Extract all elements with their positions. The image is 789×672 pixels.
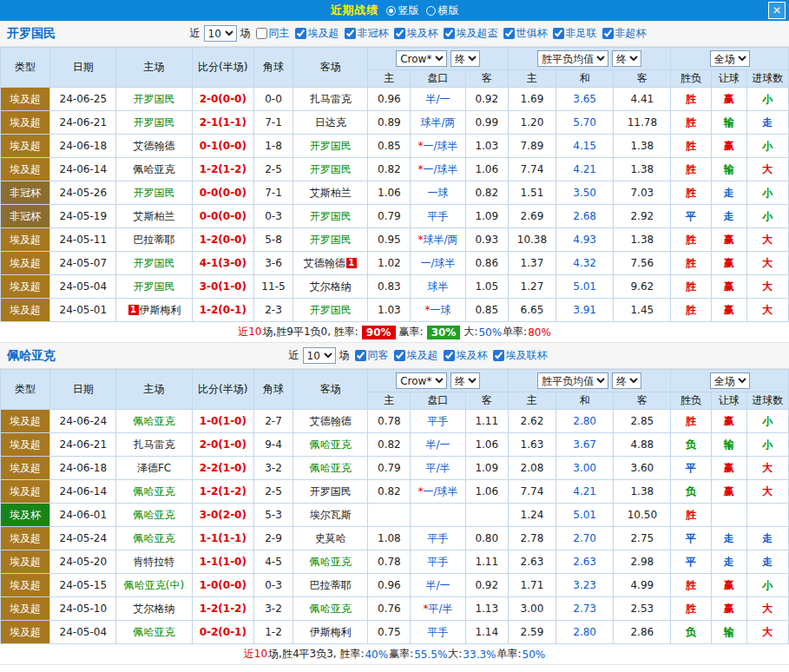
away-team-name: 开罗国民 [310, 304, 352, 316]
filter-checkbox[interactable]: 埃及超盃 [444, 26, 498, 41]
home-team-cell: 巴拉蒂耶 [116, 228, 192, 252]
fulltime-select[interactable]: 全场 [710, 50, 750, 67]
league-type-cell: 埃及超 [1, 527, 50, 550]
checkbox-label: 非冠杯 [358, 26, 389, 41]
away-team-name: 佩哈亚克 [310, 603, 352, 615]
handicap-cell: 一/球半 [411, 252, 465, 275]
home-team-cell: 佩哈亚克(中) [116, 574, 192, 597]
checkbox-input[interactable] [444, 28, 455, 39]
match-date: 24-06-18 [50, 457, 116, 480]
odds-away: 1.14 [465, 621, 508, 644]
result-winlose: 负 [671, 621, 711, 644]
checkbox-input[interactable] [355, 350, 366, 361]
final-avg-select[interactable]: 终 [612, 50, 641, 67]
match-score: 0-2(0-1) [192, 621, 253, 644]
avg-home: 1.20 [508, 111, 556, 135]
avg-odds-select[interactable]: 胜平负均值 [537, 372, 608, 389]
home-team-name: 佩哈亚克 [134, 163, 175, 175]
odds-home: 0.76 [368, 597, 411, 621]
avg-odds-select[interactable]: 胜平负均值 [537, 50, 608, 67]
match-score: 0-1(0-0) [192, 135, 253, 158]
match-row: 埃及超24-06-18泽德FC2-2(1-0)3-2佩哈亚克0.79平/半1.0… [1, 457, 789, 480]
odds-company-select[interactable]: Crow* [396, 50, 447, 67]
avg-draw: 3.00 [556, 457, 614, 480]
matches-table: 类型 日期 主场 比分(半场) 角球 客场 Crow* 终 胜平负均值 终 全场 [0, 369, 789, 644]
summary-segment: 50% [523, 649, 546, 661]
filter-checkbox[interactable]: 埃及杯 [394, 26, 438, 41]
checkbox-input[interactable] [503, 28, 515, 39]
checkbox-input[interactable] [493, 350, 504, 361]
checkbox-input[interactable] [602, 28, 614, 39]
home-team-cell: 艾德翰德 [116, 135, 192, 158]
avg-away: 7.56 [614, 252, 671, 275]
fulltime-select[interactable]: 全场 [710, 372, 750, 389]
away-team-cell: 开罗国民 [293, 135, 368, 158]
match-score: 4-1(3-0) [192, 252, 253, 275]
avg-home: 10.38 [508, 228, 556, 252]
handicap-cell: *一球 [411, 299, 465, 322]
filter-checkbox[interactable]: 埃及超 [295, 26, 339, 41]
handicap-cell: 平手 [411, 205, 465, 228]
home-team-cell: 开罗国民 [116, 88, 192, 111]
filter-checkbox[interactable]: 非超杯 [602, 26, 647, 41]
league-type-cell: 埃及超 [1, 410, 50, 433]
close-icon[interactable]: ✕ [768, 2, 786, 19]
checkbox-input[interactable] [394, 28, 405, 39]
final-odds-select[interactable]: 终 [450, 372, 480, 389]
filter-checkbox[interactable]: 埃及超 [394, 348, 438, 363]
home-team-cell: 佩哈亚克 [116, 527, 192, 550]
odds-away: 0.99 [465, 111, 508, 135]
result-handicap: 赢 [711, 299, 746, 322]
away-team-cell: 艾德翰德 [293, 410, 368, 433]
corner-score: 2-3 [253, 299, 293, 322]
avg-away: 11.78 [614, 111, 671, 135]
result-handicap: 走 [711, 181, 746, 205]
checkbox-label: 世俱杯 [516, 26, 548, 41]
filter-checkbox[interactable]: 世俱杯 [503, 26, 548, 41]
league-type-cell: 埃及超 [1, 480, 50, 504]
checkbox-input[interactable] [256, 28, 267, 39]
checkbox-input[interactable] [345, 28, 356, 39]
col-header-home: 主场 [116, 48, 192, 88]
final-odds-select[interactable]: 终 [450, 50, 480, 67]
sub-header-goals: 进球数 [746, 392, 788, 410]
filter-checkbox[interactable]: 非足联 [553, 26, 597, 41]
checkbox-input[interactable] [553, 28, 564, 39]
checkbox-label: 埃及超 [407, 348, 438, 363]
avg-home: 1.27 [508, 275, 556, 299]
layout-horizontal-radio[interactable]: 横版 [426, 3, 459, 18]
filter-checkbox[interactable]: 非冠杯 [345, 26, 389, 41]
home-team-cell: 佩哈亚克 [116, 621, 192, 644]
filter-checkbox[interactable]: 埃及杯 [444, 348, 488, 363]
odds-away: 1.11 [465, 410, 508, 433]
match-score: 0-0(0-0) [192, 181, 253, 205]
odds-company-select[interactable]: Crow* [396, 372, 447, 389]
league-type-cell: 埃及超 [1, 252, 50, 275]
filter-checkbox[interactable]: 同主 [256, 26, 290, 41]
odds-home: 0.78 [368, 550, 411, 574]
recent-count-select[interactable]: 10 [204, 25, 237, 42]
final-avg-select[interactable]: 终 [612, 372, 641, 389]
layout-vertical-radio[interactable]: 竖版 [386, 3, 419, 18]
result-winlose: 胜 [671, 181, 711, 205]
corner-score: 3-2 [253, 597, 293, 621]
summary-segment: 50% [478, 326, 502, 339]
avg-draw: 3.67 [556, 433, 614, 457]
filter-checkbox[interactable]: 同客 [355, 348, 389, 363]
checkbox-input[interactable] [295, 28, 306, 39]
handicap-cell: *一/球半 [411, 135, 465, 158]
handicap-cell: 平手 [411, 527, 465, 550]
avg-home: 1.63 [508, 433, 556, 457]
checkbox-label: 埃及超 [308, 26, 339, 41]
match-row: 埃及超24-06-21扎马雷克2-0(1-0)9-4佩哈亚克0.82半/一1.0… [1, 433, 789, 457]
title-bar-center: 近期战绩 竖版 横版 [0, 3, 789, 18]
result-handicap: 走 [711, 527, 746, 550]
home-team-cell: 开罗国民 [116, 275, 192, 299]
filter-checkbox[interactable]: 埃及联杯 [493, 348, 548, 363]
result-goals [746, 504, 788, 527]
checkbox-input[interactable] [444, 350, 455, 361]
recent-count-select[interactable]: 10 [303, 347, 336, 364]
avg-home: 2.69 [508, 205, 556, 228]
checkbox-input[interactable] [394, 350, 405, 361]
match-row: 埃及超24-05-04开罗国民3-0(1-0)11-5艾尔格纳0.83球半1.0… [1, 275, 789, 299]
